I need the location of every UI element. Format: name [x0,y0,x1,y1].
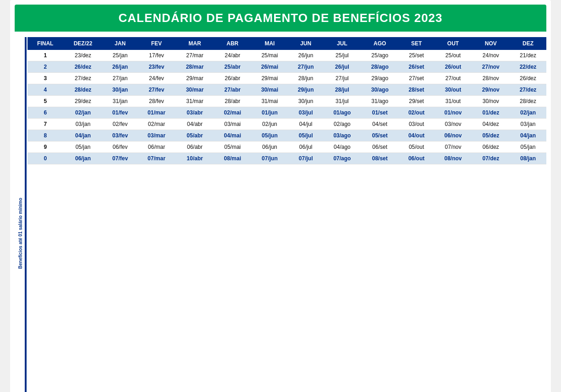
date-cell: 26/jul [323,61,361,73]
date-cell: 03/mai [214,119,251,130]
date-cell: 28/mar [176,61,214,73]
date-cell: 28/ago [361,61,399,73]
table-row: 006/jan07/fev07/mar10/abr08/mai07/jun07/… [28,153,546,164]
date-cell: 26/out [434,61,472,73]
date-cell: 04/out [399,130,434,142]
date-cell: 03/nov [434,119,472,130]
date-cell: 04/jan [63,130,103,142]
date-cell: 03/jul [288,107,323,119]
date-cell: 07/dez [472,153,510,164]
date-cell: 27/mar [176,50,214,61]
date-cell: 26/abr [214,73,251,84]
section1-col-header: AGO [361,37,399,50]
date-cell: 29/mai [251,73,288,84]
date-cell: 25/mai [251,50,288,61]
date-cell: 03/abr [176,107,214,119]
date-cell: 21/dez [510,50,546,61]
date-cell: 27/jun [288,61,323,73]
date-cell: 27/set [399,73,434,84]
date-cell: 27/nov [472,61,510,73]
date-cell: 04/jan [510,130,546,142]
date-cell: 26/mai [251,61,288,73]
date-cell: 02/mar [138,119,176,130]
section1-col-header: DEZ/22 [63,37,103,50]
date-cell: 27/fev [138,84,176,96]
date-cell: 25/set [399,50,434,61]
date-cell: 28/jun [288,73,323,84]
date-cell: 02/mai [214,107,251,119]
section1-col-header: ABR [214,37,251,50]
date-cell: 06/jul [288,142,323,153]
section1-col-header: NOV [472,37,510,50]
date-cell: 17/fev [138,50,176,61]
date-cell: 03/jan [510,119,546,130]
table-row: 123/dez25/jan17/fev27/mar24/abr25/mai26/… [28,50,546,61]
section1-col-header: FEV [138,37,176,50]
section1-col-header: JUN [288,37,323,50]
date-cell: 29/nov [472,84,510,96]
date-cell: 04/ago [323,142,361,153]
final-digit-cell: 2 [28,61,63,73]
date-cell: 30/mar [176,84,214,96]
date-cell: 02/out [399,107,434,119]
date-cell: 03/jan [63,119,103,130]
date-cell: 10/abr [176,153,214,164]
date-cell: 28/abr [214,96,251,107]
date-cell: 31/mar [176,96,214,107]
date-cell: 03/ago [323,130,361,142]
date-cell: 23/dez [63,50,103,61]
date-cell: 05/set [361,130,399,142]
table-row: 529/dez31/jan28/fev31/mar28/abr31/mai30/… [28,96,546,107]
date-cell: 08/nov [434,153,472,164]
date-cell: 02/ago [323,119,361,130]
date-cell: 28/dez [63,84,103,96]
table-row: 602/jan01/fev01/mar03/abr02/mai01/jun03/… [28,107,546,119]
table-row: 804/jan03/fev03/mar05/abr04/mai05/jun05/… [28,130,546,142]
date-cell: 26/set [399,61,434,73]
section1-label-wrapper: Benefícios até 01 salário mínimo [15,37,28,392]
date-cell: 27/dez [510,84,546,96]
date-cell: 04/jul [288,119,323,130]
final-digit-cell: 4 [28,84,63,96]
date-cell: 27/out [434,73,472,84]
date-cell: 30/jun [288,96,323,107]
date-cell: 02/jun [251,119,288,130]
date-cell: 25/out [434,50,472,61]
section1-table: FINALDEZ/22JANFEVMARABRMAIJUNJULAGOSETOU… [28,37,546,164]
date-cell: 30/jan [103,84,138,96]
final-digit-cell: 1 [28,50,63,61]
date-cell: 08/set [361,153,399,164]
date-cell: 02/jan [510,107,546,119]
date-cell: 06/jan [63,153,103,164]
date-cell: 05/abr [176,130,214,142]
date-cell: 01/dez [472,107,510,119]
final-digit-cell: 5 [28,96,63,107]
page-title: CALENDÁRIO DE PAGAMENTO DE BENEFÍCIOS 20… [19,11,542,25]
date-cell: 01/mar [138,107,176,119]
date-cell: 05/out [399,142,434,153]
date-cell: 05/jun [251,130,288,142]
date-cell: 31/out [434,96,472,107]
date-cell: 26/dez [510,73,546,84]
date-cell: 31/jan [103,96,138,107]
date-cell: 29/set [399,96,434,107]
final-digit-cell: 0 [28,153,63,164]
date-cell: 24/abr [214,50,251,61]
date-cell: 26/jan [103,61,138,73]
date-cell: 01/ago [323,107,361,119]
date-cell: 06/abr [176,142,214,153]
final-digit-cell: 8 [28,130,63,142]
date-cell: 05/dez [472,130,510,142]
date-cell: 30/out [434,84,472,96]
date-cell: 06/out [399,153,434,164]
date-cell: 30/mai [251,84,288,96]
date-cell: 28/nov [472,73,510,84]
date-cell: 24/nov [472,50,510,61]
date-cell: 03/mar [138,130,176,142]
section1-label: Benefícios até 01 salário mínimo [16,37,27,392]
final-digit-cell: 3 [28,73,63,84]
date-cell: 02/fev [103,119,138,130]
date-cell: 03/fev [103,130,138,142]
date-cell: 07/jun [251,153,288,164]
table-row: 327/dez27/jan24/fev29/mar26/abr29/mai28/… [28,73,546,84]
